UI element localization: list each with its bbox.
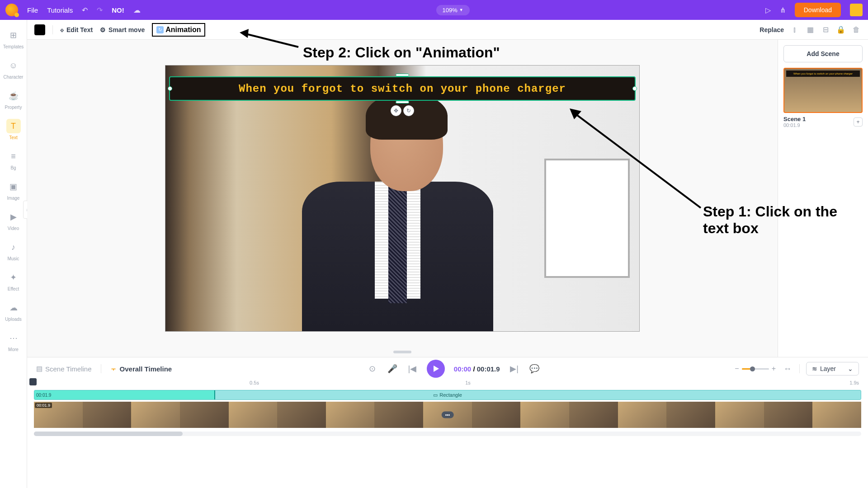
file-menu[interactable]: File bbox=[27, 6, 38, 14]
sidebar-item-text[interactable]: TText bbox=[0, 116, 27, 143]
app-logo[interactable] bbox=[5, 4, 18, 16]
mask-icon[interactable]: ▦ bbox=[806, 25, 815, 34]
add-scene-inline-button[interactable]: + bbox=[854, 117, 863, 127]
person-figure bbox=[284, 98, 511, 331]
sidebar-item-uploads[interactable]: ☁Uploads bbox=[0, 298, 27, 324]
arrow-step1 bbox=[570, 108, 705, 212]
scene-panel: Add Scene When you forgot to switch on y… bbox=[778, 40, 868, 357]
edit-text-button[interactable]: ⟐ Edit Text bbox=[60, 26, 93, 33]
timeline-header: ▤ Scene Timeline ⫟ Overall Timeline ⊙ 🎤 … bbox=[27, 357, 868, 380]
svg-marker-4 bbox=[434, 366, 439, 372]
sidebar-item-label: Video bbox=[8, 226, 19, 231]
video-track-duration: 00:01.9 bbox=[35, 403, 52, 408]
timeline-ruler[interactable]: 0.5s 1s 1.9s bbox=[34, 380, 863, 389]
preview-play-icon[interactable]: ▷ bbox=[765, 6, 771, 14]
ruler-mark: 0.5s bbox=[250, 380, 259, 385]
current-time: 00:00 bbox=[454, 365, 471, 373]
skip-back-icon[interactable]: |◀ bbox=[407, 363, 418, 374]
animation-button[interactable]: ↻ Animation bbox=[152, 23, 205, 37]
sidebar-item-label: Property bbox=[5, 105, 22, 110]
zoom-out-icon[interactable]: − bbox=[735, 365, 739, 373]
smart-move-button[interactable]: ⚙ Smart move bbox=[100, 26, 145, 33]
camera-focus-icon[interactable]: ⊙ bbox=[367, 363, 378, 374]
text-color-swatch[interactable] bbox=[34, 24, 45, 35]
resize-handle-top[interactable] bbox=[396, 74, 409, 76]
lock-icon[interactable]: 🔒 bbox=[836, 25, 845, 34]
uploads-icon: ☁ bbox=[6, 300, 21, 315]
sidebar-item-bg[interactable]: ≡Bg bbox=[0, 146, 27, 173]
annotation-step2: Step 2: Click on "Animation" bbox=[303, 44, 500, 61]
sidebar-item-more[interactable]: ⋯More bbox=[0, 328, 27, 355]
edit-text-label: Edit Text bbox=[66, 26, 93, 33]
divider bbox=[101, 364, 101, 373]
scrollbar-thumb[interactable] bbox=[34, 432, 183, 436]
add-scene-button[interactable]: Add Scene bbox=[783, 45, 863, 62]
overall-timeline-tab[interactable]: ⫟ Overall Timeline bbox=[110, 365, 172, 373]
scene-timeline-icon: ▤ bbox=[36, 365, 42, 373]
scene-timeline-label: Scene Timeline bbox=[45, 365, 92, 373]
scene-timeline-tab[interactable]: ▤ Scene Timeline bbox=[36, 365, 92, 373]
timeline-scrollbar[interactable] bbox=[34, 432, 861, 436]
smart-move-label: Smart move bbox=[108, 26, 145, 33]
canvas-resize-handle[interactable] bbox=[393, 351, 411, 353]
sidebar-item-effect[interactable]: ✦Effect bbox=[0, 267, 27, 294]
canvas[interactable]: When you forgot to switch on your phone … bbox=[165, 65, 640, 332]
effect-icon: ✦ bbox=[6, 270, 21, 285]
smart-move-icon: ⚙ bbox=[100, 26, 106, 33]
layer-icon: ≋ bbox=[812, 365, 817, 372]
time-display: 00:00 / 00:01.9 bbox=[454, 365, 500, 373]
delete-icon[interactable]: 🗑 bbox=[852, 25, 861, 34]
video-track-menu[interactable]: ••• bbox=[442, 412, 454, 418]
music-icon: ♪ bbox=[6, 240, 21, 254]
zoom-in-icon[interactable]: + bbox=[772, 365, 776, 373]
scene-name: Scene 1 bbox=[783, 116, 806, 122]
text-track[interactable]: 00:01.9 ▭ Rectangle bbox=[34, 390, 861, 400]
project-title[interactable]: NO! bbox=[112, 6, 124, 14]
tutorials-menu[interactable]: Tutorials bbox=[47, 6, 73, 14]
resize-handle-bottom[interactable] bbox=[396, 101, 409, 103]
move-handle-icon[interactable]: ✥ bbox=[391, 105, 401, 116]
replace-button[interactable]: Replace bbox=[760, 26, 784, 33]
left-sidebar: ⊞Templates ☺Character ☕Property TText ≡B… bbox=[0, 20, 27, 488]
more-icon: ⋯ bbox=[6, 331, 21, 345]
skip-forward-icon[interactable]: ▶| bbox=[509, 363, 520, 374]
annotation-step1: Step 1: Click on the text box bbox=[703, 203, 861, 237]
user-avatar[interactable] bbox=[850, 4, 863, 16]
sidebar-item-label: Image bbox=[7, 196, 20, 201]
templates-icon: ⊞ bbox=[6, 28, 21, 42]
sidebar-item-label: Effect bbox=[8, 286, 19, 291]
cloud-sync-icon[interactable]: ☁ bbox=[133, 6, 141, 14]
align-icon[interactable]: ⊟ bbox=[821, 25, 830, 34]
image-icon: ▣ bbox=[6, 179, 21, 194]
resize-handle-right[interactable] bbox=[632, 86, 637, 91]
video-track[interactable]: 00:01.9 ••• bbox=[34, 402, 861, 428]
undo-icon[interactable]: ↶ bbox=[82, 6, 88, 14]
sidebar-item-property[interactable]: ☕Property bbox=[0, 86, 27, 113]
timeline-zoom-slider[interactable]: − + bbox=[735, 365, 776, 373]
sidebar-item-image[interactable]: ▣Image bbox=[0, 177, 27, 203]
sidebar-item-music[interactable]: ♪Music bbox=[0, 237, 27, 264]
caption-text-box[interactable]: When you forgot to switch on your phone … bbox=[169, 76, 636, 101]
rotate-handle-icon[interactable]: ↻ bbox=[403, 105, 414, 116]
top-bar: File Tutorials ↶ ↷ NO! ☁ 109% ▼ ▷ ⋔ Down… bbox=[0, 0, 868, 20]
svg-marker-1 bbox=[240, 29, 249, 38]
sidebar-item-label: Bg bbox=[10, 165, 16, 170]
layer-button[interactable]: ≋ Layer ⌄ bbox=[806, 362, 859, 375]
fit-icon[interactable]: ↔ bbox=[782, 363, 793, 374]
resize-handle-left[interactable] bbox=[168, 86, 172, 91]
flip-icon[interactable]: ⫿ bbox=[790, 25, 799, 34]
download-button[interactable]: Download bbox=[795, 3, 841, 17]
sidebar-item-character[interactable]: ☺Character bbox=[0, 56, 27, 82]
zoom-level[interactable]: 109% ▼ bbox=[436, 5, 470, 15]
zoom-value: 109% bbox=[443, 7, 458, 14]
chevron-down-icon: ▼ bbox=[459, 8, 463, 12]
overall-timeline-icon: ⫟ bbox=[110, 365, 117, 373]
divider bbox=[799, 364, 800, 373]
subtitle-icon[interactable]: 💬 bbox=[529, 363, 540, 374]
share-icon[interactable]: ⋔ bbox=[780, 6, 786, 14]
scene-thumbnail[interactable]: When you forgot to switch on your phone … bbox=[783, 68, 863, 113]
play-button[interactable] bbox=[427, 360, 445, 378]
microphone-icon[interactable]: 🎤 bbox=[387, 363, 398, 374]
redo-icon[interactable]: ↷ bbox=[97, 6, 103, 14]
sidebar-item-templates[interactable]: ⊞Templates bbox=[0, 25, 27, 52]
